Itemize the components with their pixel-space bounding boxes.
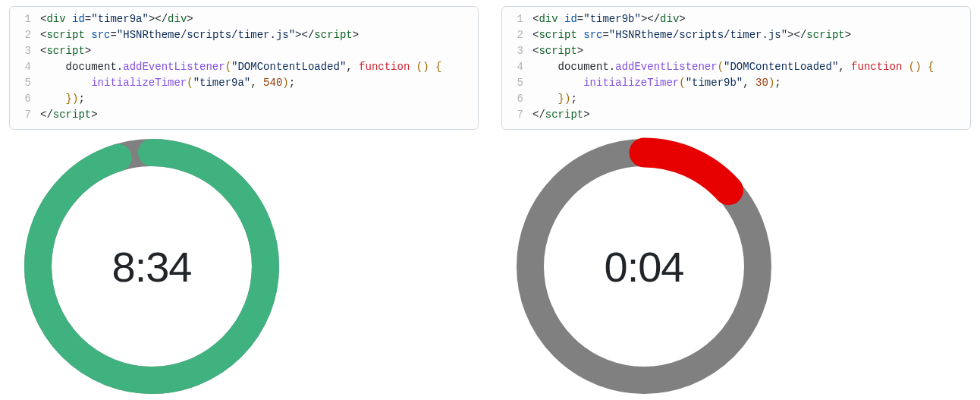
- two-column-layout: 1<div id="timer9a"></div> 2<script src="…: [9, 6, 971, 400]
- code-line-3: <script>: [532, 43, 970, 59]
- code-block-left[interactable]: 1<div id="timer9a"></div> 2<script src="…: [9, 6, 479, 130]
- timer-display-left: 8:34: [15, 130, 288, 400]
- line-number: 1: [10, 11, 40, 27]
- code-line-6: });: [532, 91, 970, 107]
- line-number: 2: [502, 27, 532, 43]
- code-line-7: </script>: [40, 107, 478, 123]
- line-number: 7: [502, 107, 532, 123]
- timer-ring-right[interactable]: 0:04: [507, 130, 781, 400]
- timer-ring-left[interactable]: 8:34: [15, 130, 288, 400]
- code-block-right[interactable]: 1<div id="timer9b"></div> 2<script src="…: [501, 6, 971, 130]
- right-column: 1<div id="timer9b"></div> 2<script src="…: [501, 6, 971, 400]
- line-number: 2: [10, 27, 40, 43]
- line-number: 5: [502, 75, 532, 91]
- code-line-2: <script src="HSNRtheme/scripts/timer.js"…: [40, 27, 478, 43]
- code-line-7: </script>: [532, 107, 970, 123]
- left-column: 1<div id="timer9a"></div> 2<script src="…: [9, 6, 479, 400]
- line-number: 4: [502, 59, 532, 75]
- code-line-6: });: [40, 91, 478, 107]
- code-line-4: document.addEventListener("DOMContentLoa…: [40, 59, 478, 75]
- timer-display-right: 0:04: [507, 130, 781, 400]
- line-number: 6: [502, 91, 532, 107]
- line-number: 3: [10, 43, 40, 59]
- line-number: 7: [10, 107, 40, 123]
- line-number: 6: [10, 91, 40, 107]
- code-line-1: <div id="timer9a"></div>: [40, 11, 478, 27]
- line-number: 1: [502, 11, 532, 27]
- code-line-3: <script>: [40, 43, 478, 59]
- code-line-5: initializeTimer("timer9a", 540);: [40, 75, 478, 91]
- line-number: 3: [502, 43, 532, 59]
- code-line-5: initializeTimer("timer9b", 30);: [532, 75, 970, 91]
- code-line-1: <div id="timer9b"></div>: [532, 11, 970, 27]
- line-number: 4: [10, 59, 40, 75]
- code-line-4: document.addEventListener("DOMContentLoa…: [532, 59, 970, 75]
- code-line-2: <script src="HSNRtheme/scripts/timer.js"…: [532, 27, 970, 43]
- line-number: 5: [10, 75, 40, 91]
